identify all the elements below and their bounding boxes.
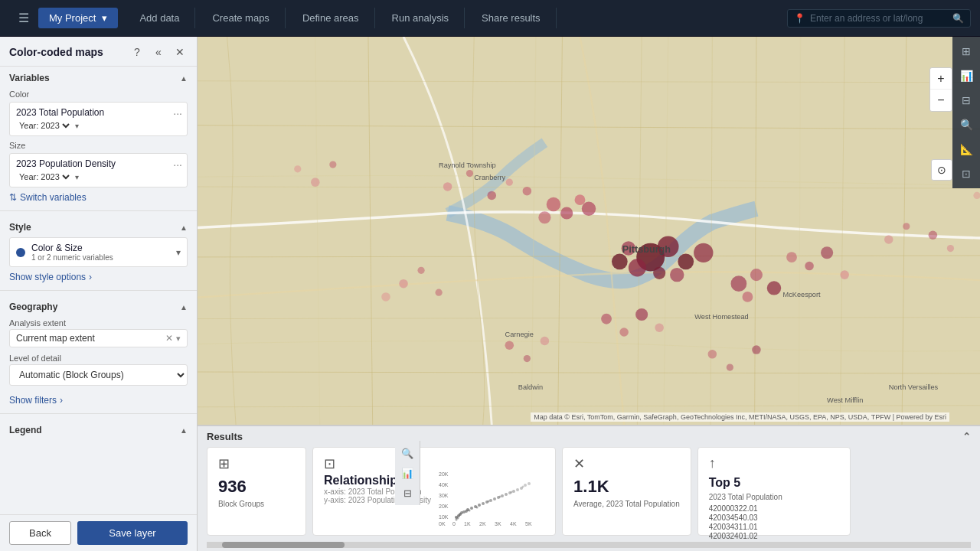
svg-text:West Mifflin: West Mifflin: [827, 396, 863, 404]
svg-point-16: [750, 269, 763, 281]
size-variable-card: 2023 Population Density Year: 2023 ▾ ···: [9, 153, 188, 187]
analysis-extent-value: Current map extent: [16, 333, 162, 344]
svg-point-41: [524, 355, 531, 362]
svg-point-45: [752, 345, 761, 354]
results-cards: ⊞ 936 Block Groups ⊡ Relationship x-axis…: [198, 447, 980, 542]
legend-section-title: Legend: [9, 425, 42, 435]
map-canvas: Pittsburgh Raynold Township Cranberry Ca…: [198, 37, 980, 425]
svg-text:30K: 30K: [439, 493, 449, 498]
svg-text:20K: 20K: [439, 471, 449, 477]
geography-section-title: Geography: [9, 302, 57, 312]
chevron-down-icon: ▾: [102, 12, 107, 24]
svg-point-35: [655, 323, 664, 332]
show-filters-button[interactable]: Show filters ›: [0, 392, 197, 409]
geography-section-header[interactable]: Geography ▲: [0, 295, 197, 315]
svg-text:0: 0: [452, 521, 456, 527]
style-card[interactable]: Color & Size 1 or 2 numeric variables ▾: [9, 237, 188, 267]
nav-add-data[interactable]: Add data: [124, 8, 195, 28]
level-detail-select[interactable]: Automatic (Block Groups): [9, 364, 188, 386]
save-layer-button[interactable]: Save layer: [77, 521, 188, 545]
panel-body: Variables ▲ Color 2023 Total Population …: [0, 67, 197, 514]
svg-point-84: [478, 504, 481, 507]
results-expand-button[interactable]: ⌃: [962, 431, 971, 442]
measure-tool-button[interactable]: 📐: [955, 138, 978, 161]
screenshot-tool-button[interactable]: ⊡: [955, 162, 978, 185]
map-container[interactable]: Pittsburgh Raynold Township Cranberry Ca…: [198, 37, 980, 425]
style-chevron-icon: ▾: [176, 247, 181, 258]
nav-share-results[interactable]: Share results: [466, 8, 557, 28]
nav-define-areas[interactable]: Define areas: [287, 8, 375, 28]
clear-extent-button[interactable]: ✕: [165, 333, 173, 344]
nav-run-analysis[interactable]: Run analysis: [377, 8, 465, 28]
svg-text:McKeesport: McKeesport: [783, 291, 822, 298]
svg-point-23: [523, 187, 532, 196]
style-info: Color & Size 1 or 2 numeric variables: [31, 243, 170, 262]
svg-text:Pittsburgh: Pittsburgh: [622, 244, 671, 255]
svg-rect-0: [198, 37, 980, 425]
color-variable-card: 2023 Total Population Year: 2023 ▾ ···: [9, 102, 188, 136]
search-input[interactable]: [810, 13, 948, 24]
block-groups-label: Block Groups: [218, 500, 295, 508]
menu-button[interactable]: ☰: [9, 11, 38, 25]
help-button[interactable]: ?: [129, 44, 145, 60]
legend-tool-button[interactable]: 📊: [955, 64, 978, 87]
location-icon: 📍: [794, 13, 805, 24]
svg-point-98: [528, 482, 531, 485]
project-selector[interactable]: My Project ▾: [38, 8, 118, 28]
svg-point-46: [294, 165, 301, 172]
divider-2: [0, 290, 197, 291]
geography-toggle-icon: ▲: [180, 303, 188, 311]
collapse-button[interactable]: «: [151, 44, 166, 60]
results-scrollbar[interactable]: [207, 542, 971, 548]
layers-tool-button[interactable]: ⊞: [955, 40, 978, 63]
my-location-button[interactable]: ⊙: [931, 159, 952, 181]
analysis-extent-selector[interactable]: Current map extent ✕ ▾: [9, 329, 188, 347]
search-icon[interactable]: 🔍: [952, 13, 964, 24]
switch-variables-button[interactable]: ⇅ Switch variables: [0, 189, 197, 206]
legend-section-header[interactable]: Legend ▲: [0, 419, 197, 439]
color-var-menu[interactable]: ···: [173, 107, 182, 119]
svg-point-32: [601, 314, 612, 324]
show-filters-label: Show filters: [9, 395, 57, 406]
color-year-select[interactable]: Year: 2023: [16, 120, 72, 131]
color-field-label: Color: [0, 86, 197, 100]
top5-label: 2023 Total Population: [709, 493, 839, 501]
zoom-in-button[interactable]: +: [930, 68, 952, 90]
top5-item-2: 420034540.03: [709, 514, 839, 522]
svg-text:Cranberry: Cranberry: [474, 174, 505, 181]
result-table-tool[interactable]: ⊟: [398, 484, 416, 502]
size-year-chevron: ▾: [75, 173, 79, 181]
color-year-chevron: ▾: [75, 122, 79, 130]
svg-point-80: [460, 511, 463, 514]
svg-point-91: [501, 494, 504, 497]
table-tool-button[interactable]: ⊟: [955, 89, 978, 112]
svg-point-42: [541, 337, 550, 346]
svg-point-48: [329, 161, 336, 168]
svg-point-25: [805, 262, 814, 271]
svg-point-7: [694, 243, 713, 262]
results-scrollbar-thumb[interactable]: [222, 542, 345, 548]
result-search-tool[interactable]: 🔍: [398, 444, 416, 462]
back-button[interactable]: Back: [9, 521, 71, 545]
svg-point-38: [929, 231, 938, 240]
size-year-select[interactable]: Year: 2023: [16, 171, 72, 182]
svg-point-14: [582, 201, 596, 215]
result-chart-tool[interactable]: 📊: [398, 464, 416, 482]
svg-point-39: [947, 245, 954, 252]
variables-section-header[interactable]: Variables ▲: [0, 67, 197, 86]
search-tool-button[interactable]: 🔍: [955, 113, 978, 136]
svg-point-13: [538, 211, 550, 223]
geography-content: Analysis extent Current map extent ✕ ▾ L…: [0, 315, 197, 389]
show-style-options-button[interactable]: Show style options ›: [0, 269, 197, 285]
close-button[interactable]: ✕: [172, 44, 188, 60]
svg-point-31: [436, 289, 443, 296]
zoom-out-button[interactable]: −: [930, 90, 952, 111]
svg-point-92: [505, 493, 508, 496]
svg-point-104: [499, 496, 501, 498]
svg-point-20: [466, 170, 473, 177]
nav-create-maps[interactable]: Create maps: [197, 8, 285, 28]
style-section-header[interactable]: Style ▲: [0, 216, 197, 236]
size-var-menu[interactable]: ···: [173, 158, 182, 171]
svg-text:Baldwin: Baldwin: [518, 383, 543, 391]
svg-point-106: [522, 486, 524, 488]
